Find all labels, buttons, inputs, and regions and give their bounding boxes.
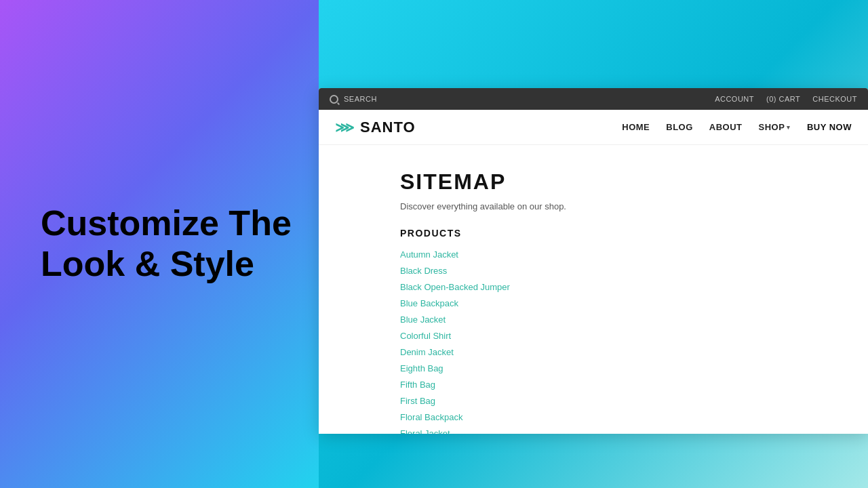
nav-bar: ⋙ SANTO HOME BLOG ABOUT SHOP ▾ BUY NOW (319, 110, 868, 145)
nav-shop-label: SHOP (759, 122, 785, 132)
logo-text: SANTO (360, 119, 416, 136)
list-item: Colorful Shirt (400, 329, 787, 342)
products-section-title: PRODUCTS (400, 228, 787, 239)
nav-shop[interactable]: SHOP ▾ (759, 122, 791, 132)
list-item: Floral Backpack (400, 411, 787, 423)
logo[interactable]: ⋙ SANTO (335, 119, 416, 136)
logo-icon: ⋙ (335, 119, 355, 136)
product-link[interactable]: First Bag (400, 396, 435, 406)
checkout-link[interactable]: CHECKOUT (812, 95, 857, 103)
list-item: Blue Jacket (400, 313, 787, 325)
nav-links: HOME BLOG ABOUT SHOP ▾ BUY NOW (622, 122, 852, 132)
product-list: Autumn JacketBlack DressBlack Open-Backe… (400, 248, 787, 434)
list-item: Black Dress (400, 264, 787, 277)
product-link[interactable]: Black Open-Backed Jumper (400, 282, 510, 292)
cart-link[interactable]: (0) CART (766, 95, 800, 103)
product-link[interactable]: Eighth Bag (400, 363, 443, 373)
main-content: SITEMAP Discover everything available on… (319, 145, 868, 434)
hero-text: Customize The Look & Style (41, 203, 298, 285)
product-link[interactable]: Autumn Jacket (400, 249, 458, 260)
list-item: Eighth Bag (400, 362, 787, 374)
nav-buy-now[interactable]: BUY NOW (807, 122, 852, 132)
sitemap-title: SITEMAP (400, 169, 787, 195)
account-link[interactable]: ACCOUNT (715, 95, 754, 103)
top-bar-right: ACCOUNT (0) CART CHECKOUT (715, 95, 857, 103)
product-link[interactable]: Black Dress (400, 266, 447, 276)
nav-blog[interactable]: BLOG (666, 122, 693, 132)
top-bar: SEARCH ACCOUNT (0) CART CHECKOUT (319, 88, 868, 110)
product-link[interactable]: Floral Jacket (400, 428, 450, 434)
nav-home[interactable]: HOME (622, 122, 650, 132)
list-item: Blue Backpack (400, 297, 787, 309)
product-link[interactable]: Fifth Bag (400, 380, 435, 390)
product-link[interactable]: Floral Backpack (400, 412, 462, 422)
list-item: Autumn Jacket (400, 248, 787, 260)
sitemap-description: Discover everything available on our sho… (400, 201, 787, 211)
search-icon (330, 95, 338, 104)
list-item: Floral Jacket (400, 427, 787, 434)
list-item: Black Open-Backed Jumper (400, 281, 787, 293)
product-link[interactable]: Colorful Shirt (400, 331, 451, 341)
shop-window: SEARCH ACCOUNT (0) CART CHECKOUT ⋙ SANTO… (319, 88, 868, 434)
list-item: First Bag (400, 394, 787, 407)
product-link[interactable]: Blue Backpack (400, 298, 458, 308)
chevron-down-icon: ▾ (787, 124, 791, 131)
nav-about[interactable]: ABOUT (709, 122, 743, 132)
search-bar-area[interactable]: SEARCH (330, 95, 377, 104)
product-link[interactable]: Denim Jacket (400, 347, 454, 357)
list-item: Fifth Bag (400, 378, 787, 390)
product-link[interactable]: Blue Jacket (400, 314, 446, 325)
list-item: Denim Jacket (400, 346, 787, 358)
search-label: SEARCH (344, 95, 377, 103)
